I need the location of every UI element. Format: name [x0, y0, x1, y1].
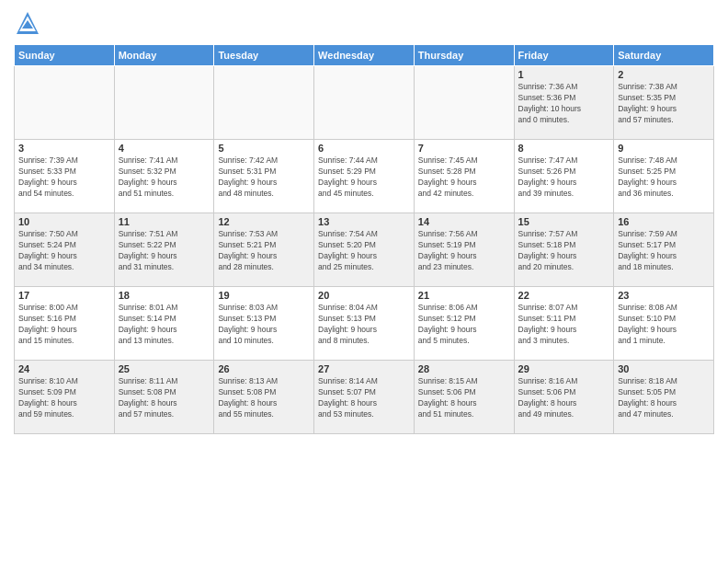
day-number: 8 — [518, 143, 610, 154]
day-number: 24 — [18, 363, 110, 374]
day-number: 12 — [218, 216, 310, 227]
day-number: 25 — [119, 363, 210, 374]
day-number: 16 — [618, 216, 710, 227]
calendar-cell: 29Sunrise: 8:16 AM Sunset: 5:06 PM Dayli… — [514, 361, 614, 434]
day-number: 9 — [618, 143, 710, 154]
day-info: Sunrise: 7:54 AM Sunset: 5:20 PM Dayligh… — [318, 229, 410, 273]
calendar-cell: 12Sunrise: 7:53 AM Sunset: 5:21 PM Dayli… — [214, 213, 314, 287]
day-number: 30 — [618, 363, 710, 374]
day-info: Sunrise: 8:06 AM Sunset: 5:12 PM Dayligh… — [418, 303, 510, 347]
calendar-cell: 18Sunrise: 8:01 AM Sunset: 5:14 PM Dayli… — [114, 287, 214, 361]
day-number: 21 — [418, 290, 510, 301]
day-number: 4 — [119, 143, 210, 154]
calendar-cell: 9Sunrise: 7:48 AM Sunset: 5:25 PM Daylig… — [614, 140, 714, 213]
day-info: Sunrise: 7:44 AM Sunset: 5:29 PM Dayligh… — [318, 155, 410, 200]
calendar-cell: 10Sunrise: 7:50 AM Sunset: 5:24 PM Dayli… — [15, 213, 115, 287]
day-info: Sunrise: 7:57 AM Sunset: 5:18 PM Dayligh… — [518, 229, 610, 273]
day-number: 11 — [119, 216, 210, 227]
calendar-cell: 11Sunrise: 7:51 AM Sunset: 5:22 PM Dayli… — [114, 213, 214, 287]
day-number: 17 — [18, 290, 110, 301]
day-number: 23 — [618, 290, 710, 301]
day-info: Sunrise: 7:53 AM Sunset: 5:21 PM Dayligh… — [218, 229, 310, 273]
day-number: 20 — [318, 290, 410, 301]
calendar-week-row: 10Sunrise: 7:50 AM Sunset: 5:24 PM Dayli… — [15, 213, 714, 287]
calendar-week-row: 17Sunrise: 8:00 AM Sunset: 5:16 PM Dayli… — [15, 287, 714, 361]
calendar-weekday-header: Monday — [114, 45, 214, 66]
calendar-cell: 3Sunrise: 7:39 AM Sunset: 5:33 PM Daylig… — [15, 140, 115, 213]
calendar-cell — [314, 66, 415, 140]
day-info: Sunrise: 7:47 AM Sunset: 5:26 PM Dayligh… — [518, 155, 610, 200]
header — [14, 9, 714, 37]
day-info: Sunrise: 7:39 AM Sunset: 5:33 PM Dayligh… — [18, 155, 110, 200]
calendar-cell: 15Sunrise: 7:57 AM Sunset: 5:18 PM Dayli… — [514, 213, 614, 287]
day-info: Sunrise: 8:07 AM Sunset: 5:11 PM Dayligh… — [518, 303, 610, 347]
calendar-cell — [15, 66, 115, 140]
day-number: 27 — [318, 363, 410, 374]
calendar-cell: 4Sunrise: 7:41 AM Sunset: 5:32 PM Daylig… — [114, 140, 214, 213]
calendar-cell: 5Sunrise: 7:42 AM Sunset: 5:31 PM Daylig… — [214, 140, 314, 213]
calendar-cell: 23Sunrise: 8:08 AM Sunset: 5:10 PM Dayli… — [614, 287, 714, 361]
day-info: Sunrise: 7:50 AM Sunset: 5:24 PM Dayligh… — [18, 229, 110, 273]
calendar-cell: 30Sunrise: 8:18 AM Sunset: 5:05 PM Dayli… — [614, 361, 714, 434]
calendar-cell — [114, 66, 214, 140]
day-number: 6 — [318, 143, 410, 154]
calendar-weekday-header: Friday — [514, 45, 614, 66]
day-info: Sunrise: 8:03 AM Sunset: 5:13 PM Dayligh… — [218, 303, 310, 347]
calendar-cell: 2Sunrise: 7:38 AM Sunset: 5:35 PM Daylig… — [614, 66, 714, 140]
day-info: Sunrise: 7:36 AM Sunset: 5:36 PM Dayligh… — [518, 82, 610, 126]
calendar-cell: 17Sunrise: 8:00 AM Sunset: 5:16 PM Dayli… — [15, 287, 115, 361]
calendar-cell: 14Sunrise: 7:56 AM Sunset: 5:19 PM Dayli… — [414, 213, 514, 287]
day-info: Sunrise: 7:59 AM Sunset: 5:17 PM Dayligh… — [618, 229, 710, 273]
day-info: Sunrise: 7:42 AM Sunset: 5:31 PM Dayligh… — [218, 155, 310, 200]
day-info: Sunrise: 7:41 AM Sunset: 5:32 PM Dayligh… — [119, 155, 210, 200]
calendar-week-row: 24Sunrise: 8:10 AM Sunset: 5:09 PM Dayli… — [15, 361, 714, 434]
calendar-cell: 13Sunrise: 7:54 AM Sunset: 5:20 PM Dayli… — [314, 213, 415, 287]
day-number: 10 — [18, 216, 110, 227]
calendar-cell: 19Sunrise: 8:03 AM Sunset: 5:13 PM Dayli… — [214, 287, 314, 361]
calendar-cell: 1Sunrise: 7:36 AM Sunset: 5:36 PM Daylig… — [514, 66, 614, 140]
calendar-weekday-header: Thursday — [414, 45, 514, 66]
calendar-cell: 22Sunrise: 8:07 AM Sunset: 5:11 PM Dayli… — [514, 287, 614, 361]
day-number: 1 — [518, 69, 610, 80]
logo-icon — [14, 9, 41, 37]
day-info: Sunrise: 8:10 AM Sunset: 5:09 PM Dayligh… — [18, 376, 110, 420]
day-number: 26 — [218, 363, 310, 374]
calendar-header-row: SundayMondayTuesdayWednesdayThursdayFrid… — [15, 45, 714, 66]
page: SundayMondayTuesdayWednesdayThursdayFrid… — [0, 0, 728, 563]
day-info: Sunrise: 8:16 AM Sunset: 5:06 PM Dayligh… — [518, 376, 610, 420]
calendar-cell: 24Sunrise: 8:10 AM Sunset: 5:09 PM Dayli… — [15, 361, 115, 434]
day-info: Sunrise: 7:48 AM Sunset: 5:25 PM Dayligh… — [618, 155, 710, 200]
calendar: SundayMondayTuesdayWednesdayThursdayFrid… — [14, 44, 714, 434]
calendar-cell: 8Sunrise: 7:47 AM Sunset: 5:26 PM Daylig… — [514, 140, 614, 213]
day-info: Sunrise: 8:01 AM Sunset: 5:14 PM Dayligh… — [119, 303, 210, 347]
calendar-cell: 27Sunrise: 8:14 AM Sunset: 5:07 PM Dayli… — [314, 361, 415, 434]
day-number: 19 — [218, 290, 310, 301]
day-number: 29 — [518, 363, 610, 374]
day-info: Sunrise: 8:15 AM Sunset: 5:06 PM Dayligh… — [418, 376, 510, 420]
calendar-weekday-header: Saturday — [614, 45, 714, 66]
logo — [14, 9, 45, 37]
day-info: Sunrise: 7:56 AM Sunset: 5:19 PM Dayligh… — [418, 229, 510, 273]
calendar-cell: 28Sunrise: 8:15 AM Sunset: 5:06 PM Dayli… — [414, 361, 514, 434]
calendar-weekday-header: Sunday — [15, 45, 115, 66]
calendar-cell: 16Sunrise: 7:59 AM Sunset: 5:17 PM Dayli… — [614, 213, 714, 287]
calendar-cell: 6Sunrise: 7:44 AM Sunset: 5:29 PM Daylig… — [314, 140, 415, 213]
day-info: Sunrise: 8:08 AM Sunset: 5:10 PM Dayligh… — [618, 303, 710, 347]
day-number: 15 — [518, 216, 610, 227]
calendar-cell — [214, 66, 314, 140]
day-info: Sunrise: 8:14 AM Sunset: 5:07 PM Dayligh… — [318, 376, 410, 420]
calendar-cell: 26Sunrise: 8:13 AM Sunset: 5:08 PM Dayli… — [214, 361, 314, 434]
day-number: 7 — [418, 143, 510, 154]
calendar-week-row: 1Sunrise: 7:36 AM Sunset: 5:36 PM Daylig… — [15, 66, 714, 140]
calendar-weekday-header: Wednesday — [314, 45, 415, 66]
day-info: Sunrise: 7:38 AM Sunset: 5:35 PM Dayligh… — [618, 82, 710, 126]
calendar-cell — [414, 66, 514, 140]
day-info: Sunrise: 7:45 AM Sunset: 5:28 PM Dayligh… — [418, 155, 510, 200]
day-info: Sunrise: 8:00 AM Sunset: 5:16 PM Dayligh… — [18, 303, 110, 347]
day-info: Sunrise: 8:18 AM Sunset: 5:05 PM Dayligh… — [618, 376, 710, 420]
day-info: Sunrise: 8:04 AM Sunset: 5:13 PM Dayligh… — [318, 303, 410, 347]
day-info: Sunrise: 8:11 AM Sunset: 5:08 PM Dayligh… — [119, 376, 210, 420]
calendar-cell: 7Sunrise: 7:45 AM Sunset: 5:28 PM Daylig… — [414, 140, 514, 213]
day-number: 14 — [418, 216, 510, 227]
day-number: 28 — [418, 363, 510, 374]
